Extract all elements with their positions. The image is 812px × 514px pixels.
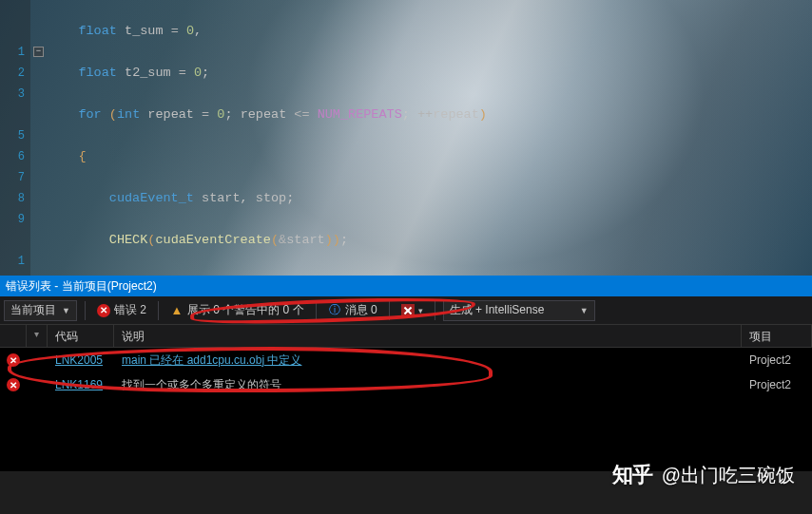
column-project[interactable]: 项目 <box>742 325 812 347</box>
error-code: LNK2005 <box>48 353 114 367</box>
info-icon: ⓘ <box>328 304 341 317</box>
error-project: Project2 <box>742 378 812 391</box>
error-code: LNK1169 <box>48 378 114 391</box>
zhihu-logo: 知乎 <box>612 461 652 489</box>
chevron-down-icon: ▼ <box>580 306 589 315</box>
error-project: Project2 <box>742 353 812 367</box>
error-icon: ✕ <box>97 304 110 317</box>
warnings-filter[interactable]: ▲ 展示 0 个警告中的 0 个 <box>166 302 308 318</box>
scope-dropdown[interactable]: 当前项目 ▼ <box>4 300 77 321</box>
warning-icon: ▲ <box>170 304 184 317</box>
messages-count: 消息 0 <box>345 302 377 318</box>
error-grid-body: ✕ LNK2005 main 已经在 add1cpu.cu.obj 中定义 Pr… <box>0 348 812 471</box>
build-filter-label: 生成 + IntelliSense <box>450 302 545 318</box>
error-row[interactable]: ✕ LNK1169 找到一个或多个多重定义的符号 Project2 <box>0 372 812 397</box>
error-icon: ✕ <box>7 378 20 391</box>
header-filter-icon[interactable]: ▾ <box>27 325 48 347</box>
clear-button[interactable]: ▾ <box>397 304 427 317</box>
warnings-count: 展示 0 个警告中的 0 个 <box>187 302 304 318</box>
column-code[interactable]: 代码 <box>48 325 114 347</box>
error-row[interactable]: ✕ LNK2005 main 已经在 add1cpu.cu.obj 中定义 Pr… <box>0 348 812 372</box>
error-icon: ✕ <box>7 353 20 367</box>
fold-column: − <box>30 0 48 276</box>
watermark: 知乎 @出门吃三碗饭 <box>612 461 795 489</box>
errors-count: 错误 2 <box>114 302 146 318</box>
messages-filter[interactable]: ⓘ 消息 0 <box>324 302 381 318</box>
error-description: main 已经在 add1cpu.cu.obj 中定义 <box>114 352 742 369</box>
fold-toggle-icon[interactable]: − <box>33 47 44 57</box>
error-list-toolbar: 当前项目 ▼ ✕ 错误 2 ▲ 展示 0 个警告中的 0 个 ⓘ 消息 0 ▾ … <box>0 296 812 325</box>
code-content[interactable]: float t_sum = 0, float t2_sum = 0; for (… <box>48 0 812 276</box>
error-list-title: 错误列表 - 当前项目(Project2) <box>0 276 812 296</box>
column-description[interactable]: 说明 <box>114 325 742 347</box>
clear-icon <box>401 304 415 317</box>
code-editor[interactable]: 12 35 678 91 − float t_sum = 0, float t2… <box>0 0 812 276</box>
chevron-down-icon: ▾ <box>418 306 423 315</box>
scope-label: 当前项目 <box>10 302 56 318</box>
watermark-handle: @出门吃三碗饭 <box>662 463 795 488</box>
build-intellisense-dropdown[interactable]: 生成 + IntelliSense ▼ <box>443 300 595 321</box>
line-gutter: 12 35 678 91 <box>0 0 30 276</box>
error-description: 找到一个或多个多重定义的符号 <box>114 377 742 393</box>
chevron-down-icon: ▼ <box>62 306 70 315</box>
errors-filter[interactable]: ✕ 错误 2 <box>93 302 150 318</box>
error-grid-header: ▾ 代码 说明 项目 <box>0 325 812 348</box>
